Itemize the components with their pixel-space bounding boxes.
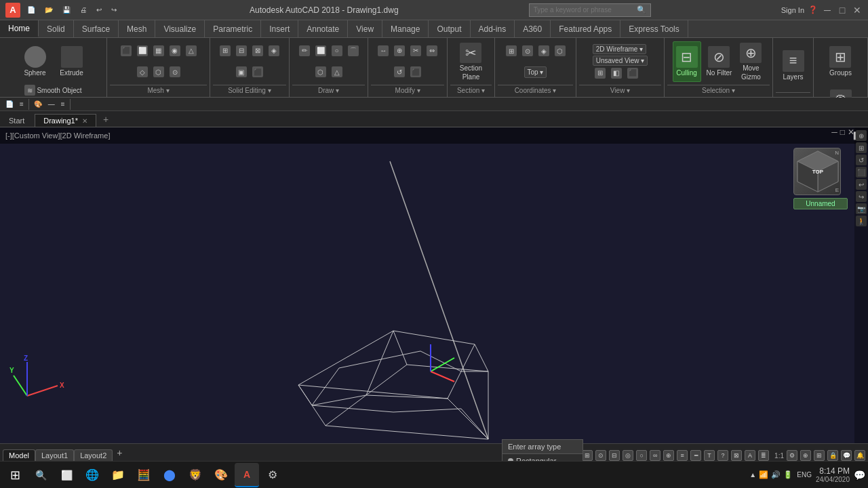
mod1[interactable]: ↔: [376, 45, 391, 57]
tp-icon[interactable]: T: [704, 450, 715, 461]
tab-view[interactable]: View: [348, 20, 382, 37]
groups-btn[interactable]: ⊞ Groups: [827, 41, 854, 81]
ortho-icon[interactable]: ⊟: [609, 450, 620, 461]
vc-walk[interactable]: 🚶: [856, 216, 867, 226]
layout1-tab[interactable]: Layout1: [35, 449, 74, 461]
tab-featured[interactable]: Featured Apps: [551, 20, 620, 37]
tab-surface[interactable]: Surface: [74, 20, 119, 37]
coord3[interactable]: ◈: [536, 45, 551, 57]
redo-btn[interactable]: ↪: [108, 5, 119, 14]
solid4[interactable]: ◈: [267, 45, 281, 57]
print-btn[interactable]: 🖨: [77, 5, 90, 14]
settings-taskbar-btn[interactable]: ⚙: [260, 463, 285, 487]
open-btn[interactable]: 📂: [42, 5, 56, 14]
close-btn[interactable]: ✕: [852, 5, 863, 16]
ws-icon[interactable]: ⊞: [814, 450, 825, 461]
tab-start[interactable]: Start: [0, 114, 33, 127]
view-sm3[interactable]: ⬛: [625, 67, 640, 79]
draw3[interactable]: ○: [330, 45, 344, 57]
tray-up-icon[interactable]: ▲: [749, 471, 756, 479]
vp-close-btn[interactable]: ✕: [848, 127, 854, 137]
draw2[interactable]: ⬜: [313, 45, 328, 57]
explorer-btn[interactable]: 📁: [106, 463, 130, 487]
mod4[interactable]: ⇔: [425, 45, 439, 57]
vp-max-btn[interactable]: □: [840, 127, 845, 137]
no-filter-btn[interactable]: ⊘ No Filter: [704, 41, 735, 82]
tb-linetype[interactable]: —: [45, 100, 58, 108]
task-view-btn[interactable]: ⬜: [54, 463, 79, 487]
vc-extents[interactable]: ⬛: [856, 167, 867, 178]
minimize-btn[interactable]: ─: [822, 5, 833, 16]
snap-icon[interactable]: ⊙: [595, 450, 606, 461]
draw1[interactable]: ✏: [297, 45, 312, 57]
model-tab[interactable]: Model: [3, 449, 35, 461]
lw-icon[interactable]: ━: [690, 450, 701, 461]
section-plane-btn[interactable]: ✂ Section Plane: [457, 41, 485, 82]
vp-min-btn[interactable]: ─: [831, 127, 837, 137]
vc-back[interactable]: ↩: [856, 179, 867, 190]
tab-insert[interactable]: Insert: [261, 20, 298, 37]
chrome-btn[interactable]: ⬤: [157, 463, 182, 487]
notifications-btn[interactable]: 💬: [854, 470, 865, 481]
lock-icon[interactable]: 🔒: [827, 450, 838, 461]
search-taskbar-btn[interactable]: 🔍: [28, 463, 53, 487]
tab-output[interactable]: Output: [429, 20, 470, 37]
view-sm1[interactable]: ⊞: [593, 67, 608, 79]
settings-icon[interactable]: ⚙: [787, 450, 797, 461]
view-cube-inner[interactable]: TOP N E: [793, 148, 841, 195]
layers-btn[interactable]: ≡ Layers: [780, 45, 807, 85]
coord2[interactable]: ⊙: [520, 45, 535, 57]
osnap-icon[interactable]: ○: [636, 450, 647, 461]
vc-camera[interactable]: 📷: [856, 203, 867, 214]
tab-solid[interactable]: Solid: [39, 20, 74, 37]
tab-express[interactable]: Express Tools: [620, 20, 688, 37]
move-gizmo-btn[interactable]: ⊕ Move Gizmo: [737, 41, 764, 82]
tb-lineweight[interactable]: ≡: [58, 100, 68, 108]
smooth-object-btn[interactable]: ≋ Smooth Object: [22, 84, 83, 96]
view-sm2[interactable]: ◧: [609, 67, 624, 79]
mesh-sm8[interactable]: ⊙: [167, 66, 182, 78]
vc-zoom[interactable]: ⊞: [856, 142, 867, 153]
tab-parametric[interactable]: Parametric: [205, 20, 261, 37]
notif-icon[interactable]: 🔔: [854, 450, 865, 461]
vc-orbit[interactable]: ↺: [856, 155, 867, 165]
sphere-btn[interactable]: Sphere: [18, 41, 52, 81]
grid-icon[interactable]: ⊞: [582, 450, 593, 461]
culling-btn[interactable]: ⊟ Culling: [673, 41, 701, 82]
wireframe-dropdown[interactable]: 2D Wireframe ▾: [593, 44, 646, 54]
extrude-btn[interactable]: Extrude: [55, 41, 89, 81]
annotate-scale-icon[interactable]: ⊕: [800, 450, 811, 461]
otrack-icon[interactable]: ∞: [650, 450, 660, 461]
mod5[interactable]: ↺: [392, 66, 407, 78]
tab-close-drawing1[interactable]: ✕: [82, 117, 87, 125]
comm-icon[interactable]: 💬: [841, 450, 852, 461]
sign-in-btn[interactable]: Sign In: [781, 6, 804, 14]
tab-visualize[interactable]: Visualize: [155, 20, 205, 37]
vc-pan[interactable]: ⊕: [856, 130, 867, 141]
tab-mesh[interactable]: Mesh: [119, 20, 155, 37]
layout2-tab[interactable]: Layout2: [74, 449, 113, 461]
mesh-sm1[interactable]: ⬛: [119, 45, 134, 57]
tb-color[interactable]: 🎨: [31, 100, 45, 108]
tab-drawing1[interactable]: Drawing1* ✕: [35, 114, 96, 127]
tray-battery-icon[interactable]: 🔋: [783, 470, 793, 479]
qp-icon[interactable]: ?: [717, 450, 728, 461]
mod6[interactable]: ⬛: [408, 66, 423, 78]
mesh-sm4[interactable]: ◉: [167, 45, 182, 57]
mesh-sm2[interactable]: ⬜: [135, 45, 150, 57]
draw4[interactable]: ⌒: [346, 45, 361, 57]
coord1[interactable]: ⊞: [504, 45, 519, 57]
draw6[interactable]: △: [330, 66, 344, 78]
coord4[interactable]: ⬡: [553, 45, 568, 57]
solid3[interactable]: ⊠: [250, 45, 265, 57]
maximize-btn[interactable]: □: [837, 5, 848, 16]
mod2[interactable]: ⊕: [392, 45, 407, 57]
vc-forward[interactable]: ↪: [856, 191, 867, 202]
tab-manage[interactable]: Manage: [382, 20, 429, 37]
misc-btn[interactable]: 🦁: [183, 463, 208, 487]
new-btn[interactable]: 📄: [24, 5, 38, 14]
viewport-main[interactable]: [-][Custom View][2D Wireframe] ⬜: [0, 127, 868, 443]
undo-btn[interactable]: ↩: [94, 5, 104, 14]
tb-layer[interactable]: ≡: [17, 100, 26, 108]
mesh-sm5[interactable]: △: [184, 45, 199, 57]
